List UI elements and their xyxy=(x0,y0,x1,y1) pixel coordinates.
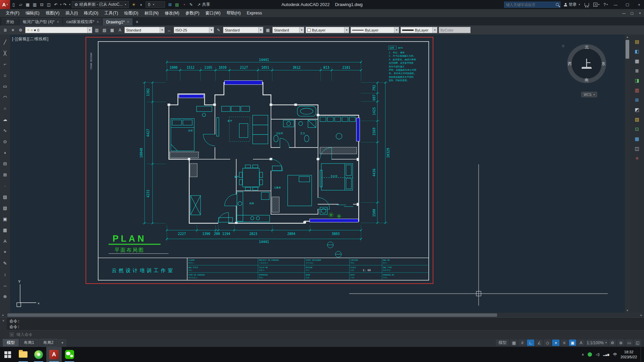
polar-tracking-icon[interactable]: ∠ xyxy=(535,340,543,346)
viewport-controls[interactable]: [-][俯视][二维线框] xyxy=(12,36,49,42)
tool-create-block-icon[interactable]: ⊞ xyxy=(2,171,8,178)
tool-gradient-icon[interactable]: ▧ xyxy=(2,204,8,211)
workspace-switcher[interactable]: ⚙ 经典界面 - 已从 AutoC... ▾ xyxy=(72,1,129,8)
new-layout-button[interactable]: + xyxy=(58,340,66,346)
tool-ellipse-icon[interactable]: ⊙ xyxy=(2,138,8,145)
menu-tools[interactable]: 工具(T) xyxy=(101,9,121,17)
menu-insert[interactable]: 插入(I) xyxy=(62,9,81,17)
layers-palette-icon[interactable]: ◧ xyxy=(633,48,641,55)
tab-start[interactable]: 开始 xyxy=(1,18,19,25)
isodraft-icon[interactable]: ◇ xyxy=(544,340,551,346)
layer-isolate-icon[interactable]: ▩ xyxy=(109,27,115,33)
menu-modify[interactable]: 修改(M) xyxy=(162,9,182,17)
clock[interactable]: 18:32 2023/5/22 xyxy=(621,350,637,359)
network-icon[interactable]: ▂▄▆ xyxy=(603,353,609,356)
autocad-taskbar-button[interactable]: A xyxy=(46,347,62,362)
drawing-canvas[interactable]: [-][俯视][二维线框] YIRAN DESIGN® xyxy=(10,35,625,313)
save-as-icon[interactable]: ▥ xyxy=(31,1,38,8)
design-center-icon[interactable]: ▦ xyxy=(633,57,641,65)
tool-mtext-icon[interactable]: A xyxy=(2,238,8,244)
lineweight-combo[interactable]: ByLayer ▾ xyxy=(400,27,437,33)
osnap-icon[interactable]: ⌖ xyxy=(552,340,559,346)
tool-hatch-icon[interactable]: ▨ xyxy=(2,193,8,200)
annotation-scale-combo[interactable]: 1:1/100%▾ xyxy=(586,340,608,346)
tab-model[interactable]: 模型 xyxy=(3,339,19,347)
command-close-icon[interactable]: × xyxy=(0,318,7,339)
search-icon[interactable] xyxy=(556,3,559,6)
close-tab-icon[interactable]: × xyxy=(97,20,99,24)
chevron-down-icon[interactable]: ▾ xyxy=(160,27,164,33)
help-button[interactable]: ? ▾ xyxy=(602,2,609,7)
share-button[interactable]: ↗ 共享 xyxy=(195,2,213,7)
tool-polyline-icon[interactable]: ⌐ xyxy=(2,61,8,67)
chevron-down-icon[interactable]: ▾ xyxy=(344,27,349,33)
tool-dimension-icon[interactable]: ⌖ xyxy=(2,249,8,255)
horizontal-scrollbar[interactable]: ◂ ▸ xyxy=(0,313,644,317)
tool-palettes-icon[interactable]: ≣ xyxy=(633,67,641,74)
tool-revcloud-icon[interactable]: ☁ xyxy=(2,116,8,123)
clean-screen-icon[interactable]: ◱ xyxy=(634,340,641,346)
chevron-down-icon[interactable]: ▾ xyxy=(258,27,263,33)
new-icon[interactable]: ▯ xyxy=(10,1,17,8)
tool-polygon-icon[interactable]: ⌂ xyxy=(2,72,8,78)
undo-icon[interactable]: ↶ xyxy=(52,1,59,8)
tool-table-icon[interactable]: ▦ xyxy=(2,227,8,233)
viewcube[interactable]: ⌂ 北 东 南 西 上 xyxy=(567,44,606,83)
ime-indicator[interactable]: 中 xyxy=(613,352,617,357)
grid-icon[interactable]: ▦ xyxy=(510,340,518,346)
brightness-icon[interactable]: ☀ xyxy=(130,1,137,8)
tool-point-icon[interactable]: ∙ xyxy=(2,182,8,189)
close-button[interactable]: × xyxy=(634,0,644,9)
layer-combo[interactable]: ☀ ○ ■ 0 ▾ xyxy=(25,27,92,33)
wcs-badge[interactable]: WCS ▾ xyxy=(581,92,597,97)
menu-dimension[interactable]: 标注(N) xyxy=(142,9,162,17)
doc-restore-button[interactable]: ▢ xyxy=(628,11,636,15)
tool-circle-icon[interactable]: ○ xyxy=(2,105,8,112)
new-tab-button[interactable]: + xyxy=(133,18,141,25)
materials-icon[interactable]: ◩ xyxy=(633,106,641,113)
chevron-down-icon[interactable]: ▾ xyxy=(394,27,399,33)
render-icon[interactable]: ⊞ xyxy=(633,96,641,104)
menu-express[interactable]: Express xyxy=(244,9,265,17)
add-status-icon[interactable]: ⊕ xyxy=(617,340,625,346)
ortho-icon[interactable]: ∟ xyxy=(527,340,534,346)
vertical-scrollbar[interactable]: ▲ ▼ xyxy=(625,35,630,313)
cart-icon[interactable] xyxy=(585,3,589,6)
chevron-down-icon[interactable]: ▾ xyxy=(432,27,437,33)
viewcube-home-icon[interactable]: ⌂ xyxy=(562,43,565,48)
tab-yinhe-plaza[interactable]: 银河广场户型 (4)*× xyxy=(19,18,62,25)
tool-spline-icon[interactable]: ∿ xyxy=(2,127,8,134)
layer-settings-icon[interactable]: ⚙ xyxy=(17,27,24,33)
history-tool-icon[interactable]: ◔ xyxy=(180,1,187,8)
menu-view[interactable]: 视图(V) xyxy=(43,9,63,17)
save-icon[interactable]: ▦ xyxy=(24,1,31,8)
table-style-combo[interactable]: Standard ▾ xyxy=(272,27,304,33)
menu-format[interactable]: 格式(O) xyxy=(81,9,101,17)
chevron-down-icon[interactable]: ▾ xyxy=(299,27,304,33)
tool-line-icon[interactable]: ╱ xyxy=(2,39,8,45)
views-icon[interactable]: ▩ xyxy=(633,135,641,142)
command-input[interactable] xyxy=(16,332,641,337)
tab-drawing1[interactable]: Drawing1*× xyxy=(103,18,132,25)
navigation-icon[interactable]: ≡ xyxy=(633,155,641,162)
doc-close-button[interactable]: × xyxy=(636,11,644,15)
tool-offset-icon[interactable]: ⊕ xyxy=(2,293,8,300)
visual-styles-icon[interactable]: ▧ xyxy=(633,116,641,123)
tool-edit-icon[interactable]: ✎ xyxy=(2,260,8,266)
annotate-tool-icon[interactable]: ✎ xyxy=(187,1,195,8)
tool-construction-line-icon[interactable]: ╳ xyxy=(2,50,8,56)
dim-style-combo[interactable]: ISO-25 ▾ xyxy=(174,27,214,33)
linetype-combo[interactable]: ByLayer ▾ xyxy=(351,27,399,33)
tray-expand-icon[interactable]: ∧ xyxy=(582,353,584,356)
mleader-style-combo[interactable]: Standard ▾ xyxy=(223,27,263,33)
menu-file[interactable]: 文件(F) xyxy=(3,9,22,17)
browser-button[interactable] xyxy=(31,347,46,362)
model-space-toggle[interactable]: 模型 xyxy=(496,340,509,346)
close-tab-icon[interactable]: × xyxy=(127,20,129,24)
chevron-down-icon[interactable]: ▾ xyxy=(209,27,214,33)
tab-layout1[interactable]: 布局1 xyxy=(20,339,38,347)
scroll-right-icon[interactable]: ▸ xyxy=(639,313,644,317)
wechat-button[interactable] xyxy=(62,347,77,362)
plot-icon[interactable]: ⊟ xyxy=(38,1,45,8)
viewport-tool-icon[interactable]: ⊞ xyxy=(166,1,173,8)
